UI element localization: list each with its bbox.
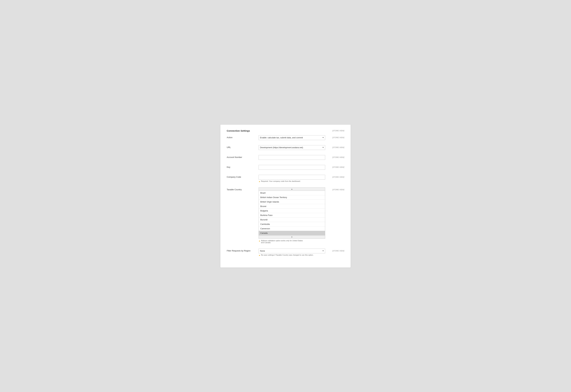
list-item-british-indian-ocean-territory[interactable]: British Indian Ocean Territory <box>259 195 325 200</box>
connection-settings-panel: Connection Settings [STORE VIEW] Action … <box>220 124 351 268</box>
filter-requests-hint-icon: ▲ <box>258 254 260 256</box>
company-code-hint-text: Required. Your company code from the das… <box>261 180 301 182</box>
url-label: URL <box>227 145 258 148</box>
key-input[interactable] <box>258 165 325 170</box>
company-code-row: Company Code ▲ Required. Your company co… <box>227 175 344 185</box>
filter-requests-hint-text: Re-save settings if Taxable Country was … <box>261 254 314 256</box>
action-label: Action <box>227 135 258 139</box>
scroll-up-button[interactable]: ▲ <box>259 188 325 191</box>
list-item-brunei[interactable]: Brunei <box>259 204 325 209</box>
taxable-country-label: Taxable Country <box>227 187 258 191</box>
filter-requests-control: None ▲ Re-save settings if Taxable Count… <box>258 248 325 256</box>
url-control: Development (https://development.avalara… <box>258 145 325 150</box>
section-title: Connection Settings <box>227 129 250 132</box>
taxable-country-control: ▲ Brazil British Indian Ocean Territory … <box>258 187 325 244</box>
account-number-input[interactable] <box>258 155 325 160</box>
taxable-country-hint: ▲ Address validation option works only f… <box>258 240 325 244</box>
account-number-row: Account Number [STORE VIEW] <box>227 155 344 162</box>
country-list-scroll[interactable]: Brazil British Indian Ocean Territory Br… <box>259 191 325 235</box>
company-code-hint-icon: ▲ <box>258 180 260 182</box>
filter-requests-row: Filter Requests by Region None ▲ Re-save… <box>227 248 344 259</box>
section-store-view: [STORE VIEW] <box>332 130 344 132</box>
filter-requests-select[interactable]: None <box>258 248 325 253</box>
key-label: Key <box>227 165 258 168</box>
company-code-hint: ▲ Required. Your company code from the d… <box>258 180 325 182</box>
url-select[interactable]: Development (https://development.avalara… <box>258 145 325 150</box>
action-control: Disable Enable: calculate tax, submit da… <box>258 135 325 140</box>
company-code-label: Company Code <box>227 175 258 178</box>
taxable-country-hint-icon: ▲ <box>258 240 260 242</box>
filter-requests-hint: ▲ Re-save settings if Taxable Country wa… <box>258 254 325 256</box>
scroll-down-button[interactable]: ▼ <box>259 235 325 239</box>
list-item-burkina-faso[interactable]: Burkina Faso <box>259 213 325 218</box>
key-row: Key [STORE VIEW] <box>227 165 344 172</box>
action-store-view: [STORE VIEW] <box>325 135 344 139</box>
list-item-british-virgin-islands[interactable]: British Virgin Islands <box>259 200 325 204</box>
company-code-store-view: [STORE VIEW] <box>325 175 344 178</box>
url-row: URL Development (https://development.ava… <box>227 145 344 152</box>
account-number-store-view: [STORE VIEW] <box>325 155 344 158</box>
company-code-control: ▲ Required. Your company code from the d… <box>258 175 325 182</box>
company-code-input[interactable] <box>258 175 325 180</box>
list-item-brazil[interactable]: Brazil <box>259 191 325 195</box>
url-store-view: [STORE VIEW] <box>325 145 344 148</box>
list-item-burundi[interactable]: Burundi <box>259 218 325 222</box>
section-header: Connection Settings [STORE VIEW] <box>227 129 344 132</box>
key-control <box>258 165 325 170</box>
list-item-canada[interactable]: Canada <box>259 231 325 235</box>
account-number-label: Account Number <box>227 155 258 158</box>
list-item-cambodia[interactable]: Cambodia <box>259 222 325 226</box>
filter-requests-store-view: [STORE VIEW] <box>325 248 344 252</box>
key-store-view: [STORE VIEW] <box>325 165 344 168</box>
taxable-country-hint-text: Address validation option works only for… <box>261 240 303 244</box>
list-item-bulgaria[interactable]: Bulgaria <box>259 209 325 213</box>
action-row: Action Disable Enable: calculate tax, su… <box>227 135 344 143</box>
list-item-cameroon[interactable]: Cameroon <box>259 226 325 231</box>
filter-requests-label: Filter Requests by Region <box>227 248 258 252</box>
action-select[interactable]: Disable Enable: calculate tax, submit da… <box>258 135 325 140</box>
account-number-control <box>258 155 325 160</box>
taxable-country-listbox: ▲ Brazil British Indian Ocean Territory … <box>258 187 325 239</box>
taxable-country-row: Taxable Country ▲ Brazil British Indian … <box>227 187 344 246</box>
taxable-country-store-view: [STORE VIEW] <box>325 187 344 191</box>
